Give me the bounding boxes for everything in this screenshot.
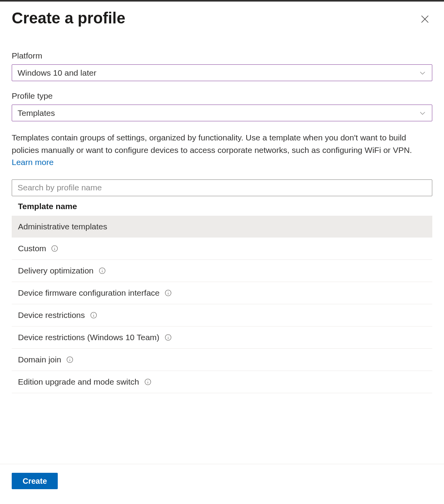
platform-label: Platform: [12, 51, 432, 60]
platform-field: Platform Windows 10 and later: [12, 51, 432, 81]
close-button[interactable]: [417, 12, 432, 28]
learn-more-link[interactable]: Learn more: [12, 158, 53, 167]
header-row: Create a profile: [12, 9, 432, 28]
template-row[interactable]: Administrative templates: [12, 216, 432, 238]
search-input[interactable]: [12, 179, 432, 196]
profile-type-select[interactable]: Templates: [12, 105, 432, 121]
template-row[interactable]: Delivery optimization: [12, 260, 432, 282]
template-row-label: Custom: [18, 244, 46, 253]
template-row-label: Administrative templates: [18, 222, 107, 231]
info-icon[interactable]: [90, 311, 98, 319]
info-icon[interactable]: [164, 289, 172, 297]
template-list: Administrative templatesCustomDelivery o…: [12, 216, 432, 393]
close-icon: [420, 14, 430, 24]
info-icon[interactable]: [98, 267, 106, 275]
info-icon[interactable]: [164, 334, 172, 341]
template-row-label: Delivery optimization: [18, 266, 94, 275]
template-row[interactable]: Device restrictions: [12, 304, 432, 327]
platform-select[interactable]: Windows 10 and later: [12, 64, 432, 81]
template-row[interactable]: Device firmware configuration interface: [12, 282, 432, 304]
info-icon[interactable]: [66, 356, 74, 364]
profile-type-description: Templates contain groups of settings, or…: [12, 131, 432, 169]
info-icon[interactable]: [51, 245, 59, 252]
footer-bar: Create: [0, 464, 444, 504]
description-text: Templates contain groups of settings, or…: [12, 133, 412, 154]
template-list-scroll[interactable]: Administrative templatesCustomDelivery o…: [12, 216, 432, 393]
template-row-label: Device firmware configuration interface: [18, 288, 160, 298]
page-title: Create a profile: [12, 9, 125, 27]
template-row[interactable]: Edition upgrade and mode switch: [12, 371, 432, 393]
template-row[interactable]: Device restrictions (Windows 10 Team): [12, 327, 432, 349]
template-row[interactable]: Custom: [12, 238, 432, 260]
chevron-down-icon: [419, 109, 426, 117]
profile-type-field: Profile type Templates: [12, 91, 432, 121]
create-button[interactable]: Create: [12, 473, 58, 489]
info-icon[interactable]: [144, 378, 152, 386]
profile-type-value: Templates: [18, 108, 55, 118]
template-table-header: Template name: [12, 196, 432, 216]
platform-value: Windows 10 and later: [18, 68, 96, 78]
template-row[interactable]: Domain join: [12, 349, 432, 371]
template-row-label: Device restrictions: [18, 311, 85, 320]
chevron-down-icon: [419, 69, 426, 77]
template-row-label: Edition upgrade and mode switch: [18, 377, 139, 387]
template-row-label: Domain join: [18, 355, 61, 364]
page-body: Create a profile Platform Windows 10 and…: [0, 2, 444, 393]
profile-type-label: Profile type: [12, 91, 432, 101]
template-row-label: Device restrictions (Windows 10 Team): [18, 333, 160, 342]
